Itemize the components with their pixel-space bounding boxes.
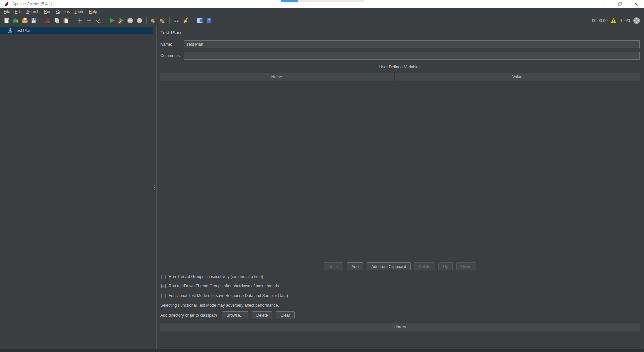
copy-icon[interactable]	[53, 16, 61, 25]
menu-file[interactable]: File	[1, 9, 12, 14]
checkbox-unchecked[interactable]	[161, 275, 166, 279]
help-icon[interactable]: ?	[205, 16, 213, 25]
search-reset-icon[interactable]	[181, 16, 190, 25]
search-icon[interactable]	[172, 16, 181, 25]
functional-mode-note: Selecting Functional Test Mode may adver…	[160, 303, 279, 308]
comments-label: Comments:	[160, 53, 181, 58]
checkbox-row-run-teardown-thread-groups-after-shutdown-of-main-threads: ✓Run tearDown Thread Groups after shutdo…	[161, 284, 279, 288]
jmeter-logo-icon	[4, 1, 9, 7]
variables-button-row: DetailAddAdd from ClipboardDeleteUpDown	[160, 262, 640, 270]
minimize-button[interactable]	[596, 0, 612, 8]
bottom-strip	[0, 349, 644, 352]
thread-status-icon	[633, 17, 641, 25]
save-icon[interactable]	[30, 16, 38, 25]
shutdown-icon	[135, 16, 144, 25]
menu-edit[interactable]: Edit	[12, 9, 24, 14]
checkbox-label: Functional Test Mode (i.e. save Response…	[169, 293, 288, 298]
toolbar-separator	[169, 17, 170, 24]
start-no-pauses-icon[interactable]	[117, 16, 125, 25]
clear-classpath-button[interactable]: Clear	[276, 311, 295, 319]
templates-icon[interactable]	[11, 16, 20, 25]
comments-input[interactable]	[184, 52, 640, 60]
cut-icon[interactable]	[44, 16, 52, 25]
checkbox-unchecked[interactable]	[161, 294, 166, 298]
toolbar-separator	[193, 17, 193, 24]
checkbox-checked[interactable]: ✓	[161, 284, 166, 288]
splitter-handle-dot	[154, 189, 155, 190]
close-button[interactable]	[628, 0, 644, 8]
name-label: Name:	[160, 42, 172, 47]
toolbar-separator	[146, 17, 147, 24]
svg-text:STOP: STOP	[128, 20, 132, 22]
toolbar-separator	[73, 17, 73, 24]
library-title: Library	[394, 325, 406, 329]
menu-bar: FileEditSearchRunOptionsToolsHelp	[0, 8, 644, 15]
background-window-strip	[298, 0, 364, 2]
clear-icon[interactable]	[149, 16, 158, 25]
classpath-buttons: Browse...DeleteClear	[222, 311, 295, 319]
svg-text:?: ?	[208, 18, 210, 22]
expand-all-icon[interactable]	[76, 16, 84, 25]
toolbar-separator	[105, 17, 105, 24]
test-plan-tree: Test Plan	[0, 26, 153, 349]
menu-run[interactable]: Run	[42, 9, 54, 14]
add-from-clipboard-button[interactable]: Add from Clipboard	[367, 262, 411, 270]
menu-help[interactable]: Help	[87, 9, 100, 14]
library-table-header: Library	[160, 323, 640, 331]
page-title: Test Plan	[160, 30, 181, 35]
panel-splitter[interactable]	[153, 26, 157, 349]
splitter-handle-dot	[154, 187, 155, 188]
classpath-row: Add directory or jar to classpath Browse…	[160, 311, 295, 319]
elapsed-timer: 00:00:00	[592, 18, 608, 23]
delete-classpath-button[interactable]: Delete	[252, 311, 273, 319]
library-table-body[interactable]	[160, 331, 640, 348]
window-title: Apache JMeter (5.4.1)	[12, 2, 52, 6]
test-plan-editor: Test Plan Name: Comments: User Defined V…	[157, 26, 644, 349]
function-helper-icon[interactable]	[196, 16, 204, 25]
new-file-icon[interactable]	[2, 16, 11, 25]
status-cluster: 00:00:0000/0	[592, 17, 642, 25]
delete-button: Delete	[414, 262, 435, 270]
collapse-all-icon[interactable]	[85, 16, 93, 25]
toolbar-separator	[41, 17, 41, 24]
log-error-count: 0	[620, 18, 622, 23]
checkbox-row-functional-test-mode: Functional Test Mode (i.e. save Response…	[161, 293, 288, 298]
title-bar: Apache JMeter (5.4.1)	[0, 0, 644, 8]
toggle-icon[interactable]	[94, 16, 102, 25]
menu-tools[interactable]: Tools	[72, 9, 87, 14]
detail-button: Detail	[324, 262, 343, 270]
thread-counts: 0/0	[624, 18, 630, 23]
variables-table-header: Name: Value	[160, 73, 640, 81]
name-input[interactable]	[184, 40, 640, 48]
checkbox-label: Run Thread Groups consecutively (i.e. on…	[169, 274, 263, 279]
column-header-value[interactable]: Value	[395, 73, 640, 81]
browse-classpath-button[interactable]: Browse...	[222, 311, 248, 319]
user-defined-variables-title: User Defined Variables	[160, 65, 640, 69]
warning-icon[interactable]	[610, 18, 617, 23]
start-icon[interactable]	[108, 16, 116, 25]
add-button[interactable]: Add	[347, 262, 363, 270]
checkbox-label: Run tearDown Thread Groups after shutdow…	[169, 284, 279, 288]
splitter-handle-dot	[154, 185, 155, 186]
toolbar: STOP?00:00:0000/0	[0, 15, 644, 26]
restore-button[interactable]	[612, 0, 628, 8]
down-button: Down	[456, 262, 476, 270]
open-file-icon[interactable]	[20, 16, 29, 25]
tree-item-test-plan[interactable]: Test Plan	[0, 27, 153, 34]
stop-icon: STOP	[126, 16, 135, 25]
checkbox-row-run-thread-groups-consecutively: Run Thread Groups consecutively (i.e. on…	[161, 274, 263, 279]
flask-icon	[8, 28, 13, 33]
menu-search[interactable]: Search	[24, 9, 42, 14]
tree-item-label: Test Plan	[15, 28, 31, 33]
clear-all-icon[interactable]	[158, 16, 167, 25]
menu-options[interactable]: Options	[54, 9, 72, 14]
classpath-label: Add directory or jar to classpath	[160, 313, 217, 318]
column-header-name[interactable]: Name:	[160, 73, 395, 81]
paste-icon[interactable]	[62, 16, 70, 25]
up-button: Up	[438, 262, 453, 270]
background-accent-strip	[281, 0, 298, 2]
